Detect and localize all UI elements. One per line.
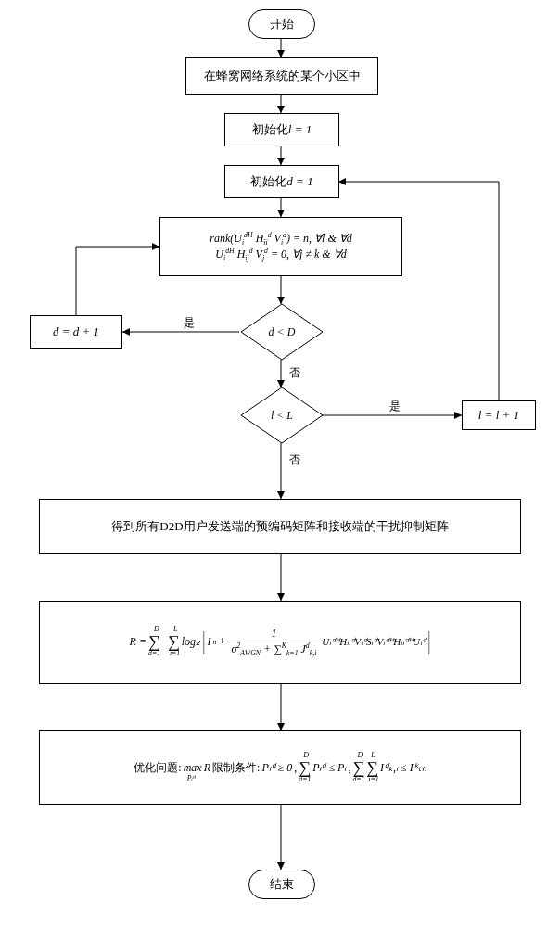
decision-l-text: l < L [271,409,293,423]
step-rank-conditions: rank(UidH Hiid Vid) = n, ∀l & ∀d UidH Hi… [159,217,402,276]
opt-content: 优化问题: max Pᵢᵈ R 限制条件: Pᵢᵈ ≥ 0 , D ∑ d=1 … [134,758,426,778]
rank-line1: rank(UidH Hiid Vid) = n, ∀l & ∀d [210,231,351,247]
start-label: 开始 [270,16,294,32]
label-yes-1: 是 [184,315,195,331]
step3-prefix: 初始化 [250,173,286,190]
step-rate-formula: R = D ∑ d=1 L ∑ i=1 log₂ | In + 1 σ2AWGN… [39,601,521,684]
end-label: 结束 [270,876,294,893]
decision-d: d < D [237,302,326,362]
step-init-d: 初始化 d = 1 [224,165,339,198]
label-yes-2: 是 [389,399,401,414]
step-cellular-cell: 在蜂窝网络系统的某个小区中 [185,57,378,95]
result1-text: 得到所有D2D用户发送端的预编码矩阵和接收端的干扰抑制矩阵 [111,518,448,535]
step-inc-d: d = d + 1 [30,315,122,349]
rate-formula-content: R = D ∑ d=1 L ∑ i=1 log₂ | In + 1 σ2AWGN… [130,627,431,657]
step2-eq: l = 1 [288,122,312,137]
step-result-matrices: 得到所有D2D用户发送端的预编码矩阵和接收端的干扰抑制矩阵 [39,499,521,554]
terminator-end: 结束 [248,870,315,899]
rank-line2: UidH Hijd Vjd = 0, ∀j ≠ k & ∀d [215,247,346,262]
decision-l: l < L [237,386,326,445]
terminator-start: 开始 [248,9,315,39]
step-init-l: 初始化 l = 1 [224,113,339,146]
step2-prefix: 初始化 [252,121,288,138]
step3-eq: d = 1 [286,174,312,189]
step-optimization: 优化问题: max Pᵢᵈ R 限制条件: Pᵢᵈ ≥ 0 , D ∑ d=1 … [39,730,521,805]
inc-d-text: d = d + 1 [53,324,99,339]
decision-d-text: d < D [269,325,296,339]
label-no-2: 否 [289,452,300,468]
inc-l-text: l = l + 1 [478,408,519,423]
step1-text: 在蜂窝网络系统的某个小区中 [204,68,361,84]
step-inc-l: l = l + 1 [462,400,536,430]
label-no-1: 否 [289,365,300,381]
